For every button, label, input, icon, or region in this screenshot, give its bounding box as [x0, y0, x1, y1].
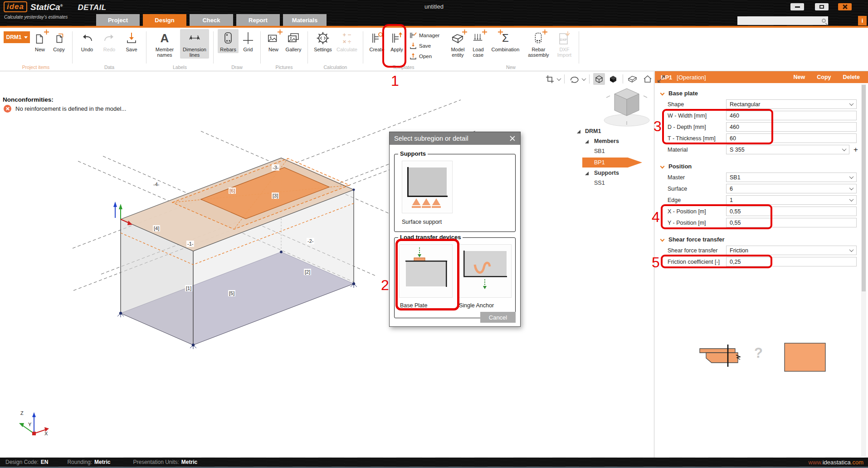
template-manager-button[interactable]: Manager — [409, 30, 439, 40]
letter-a-icon: A — [161, 30, 169, 47]
tree-item-supports[interactable]: Supports — [594, 168, 619, 178]
maximize-button[interactable] — [815, 3, 829, 10]
ribbon-separator — [72, 31, 73, 64]
load-case-button[interactable]: Load case — [470, 29, 486, 59]
grid-toggle[interactable]: Grid — [240, 29, 256, 53]
calculate-button[interactable]: + −× ÷ Calculate — [335, 29, 359, 53]
section-title: Base plate — [668, 90, 698, 97]
chevron-down-icon[interactable] — [582, 76, 586, 81]
combination-button[interactable]: Σ Combination — [488, 29, 523, 53]
save-button[interactable]: Save — [121, 29, 142, 53]
rebar-assembly-button[interactable]: Rebar assembly — [524, 29, 552, 59]
new-project-item-button[interactable]: New — [31, 29, 49, 53]
tab-check[interactable]: Check — [190, 14, 233, 26]
settings-button[interactable]: Settings — [312, 29, 334, 53]
dialog-close-icon[interactable] — [509, 135, 516, 142]
template-save-button[interactable]: Save — [409, 41, 439, 50]
ribbon-group-label: Pictures — [261, 64, 307, 70]
info-button[interactable]: i — [858, 16, 867, 25]
tab-project[interactable]: Project — [96, 14, 140, 26]
tab-report[interactable]: Report — [236, 14, 280, 26]
base-plate-tile[interactable] — [399, 244, 453, 298]
member-names-toggle[interactable]: A Member names — [151, 29, 179, 59]
tree-item-drm1[interactable]: DRM1 — [585, 126, 601, 136]
solid-cube-icon — [608, 74, 618, 84]
dialog-title-bar[interactable]: Select subregion or detail — [390, 132, 520, 145]
rebars-toggle[interactable]: Rebars — [218, 29, 239, 53]
width-input[interactable]: 460 — [726, 111, 857, 120]
edge-select[interactable]: 1 — [726, 195, 857, 205]
ribbon-group-label: Templates — [364, 64, 443, 70]
minimize-icon — [795, 6, 800, 8]
dimension-lines-toggle[interactable]: Dimension lines — [180, 29, 209, 59]
plus-icon — [277, 29, 283, 35]
navigation-cube[interactable] — [601, 84, 653, 129]
surface-support-tile[interactable] — [402, 161, 453, 213]
undo-button[interactable]: Undo — [77, 29, 98, 53]
section-view-button[interactable] — [627, 74, 639, 84]
tree-item-ss1[interactable]: SS1 — [594, 178, 605, 188]
template-apply-button[interactable]: Apply — [388, 29, 406, 53]
panel-scrollbar[interactable] — [861, 84, 866, 456]
tab-materials[interactable]: Materials — [283, 14, 327, 26]
x-position-input[interactable]: 0,55 — [726, 207, 857, 216]
scrollbar-thumb[interactable] — [862, 85, 866, 291]
wireframe-view-button[interactable] — [593, 73, 605, 85]
material-select[interactable]: S 355 — [726, 145, 849, 154]
copy-project-item-button[interactable]: Copy — [50, 29, 68, 53]
model-entity-box-icon — [450, 30, 465, 47]
website-link[interactable]: www.ideastatica.com — [809, 459, 863, 466]
minimize-button[interactable] — [790, 3, 804, 10]
rotate-view-button[interactable] — [568, 74, 580, 84]
panel-delete-button[interactable]: Delete — [843, 74, 860, 80]
tree-item-members[interactable]: Members — [594, 136, 619, 146]
plus-icon — [542, 29, 548, 35]
shape-select[interactable]: Rectangular — [726, 99, 857, 109]
gallery-button[interactable]: Gallery — [283, 29, 303, 53]
tab-design[interactable]: Design — [143, 14, 186, 26]
y-position-input[interactable]: 0,55 — [726, 218, 857, 227]
template-create-button[interactable]: Create — [367, 29, 386, 53]
units-value: Metric — [181, 459, 197, 465]
chevron-down-icon — [849, 174, 854, 179]
add-material-button[interactable]: + — [853, 145, 858, 154]
field-label: Surface — [668, 186, 687, 192]
tree-item-sb1[interactable]: SB1 — [594, 146, 605, 156]
model-3d-scene[interactable] — [0, 71, 654, 458]
template-open-button[interactable]: Open — [409, 51, 439, 61]
single-anchor-tile[interactable] — [458, 244, 512, 298]
surface-select[interactable]: 6 — [726, 184, 857, 193]
ribbon-button-label: Gallery — [286, 47, 302, 52]
close-button[interactable] — [838, 3, 852, 10]
search-input[interactable] — [737, 16, 828, 25]
ribbon-separator — [146, 31, 146, 64]
solid-view-button[interactable] — [607, 73, 619, 85]
master-select[interactable]: SB1 — [726, 172, 857, 182]
close-icon — [842, 4, 848, 10]
redo-button[interactable]: Redo — [99, 29, 120, 53]
friction-coefficient-input[interactable]: 0,25 — [726, 257, 857, 266]
base-plate-icon — [400, 245, 452, 297]
home-view-button[interactable] — [642, 74, 653, 84]
model-entity-button[interactable]: Model entity — [447, 29, 468, 59]
new-picture-button[interactable]: New — [265, 29, 282, 53]
panel-copy-button[interactable]: Copy — [817, 74, 831, 80]
dxf-import-button[interactable]: DXF DXF Import — [554, 29, 575, 59]
panel-new-button[interactable]: New — [794, 74, 805, 80]
section-base-plate[interactable]: Base plate — [655, 89, 862, 99]
fit-view-button[interactable] — [656, 74, 667, 84]
section-position[interactable]: Position — [655, 163, 862, 172]
copy-icon — [52, 30, 66, 47]
chevron-down-icon[interactable] — [557, 76, 561, 81]
project-item-selector[interactable]: DRM1 — [4, 31, 30, 43]
region-label: [4] — [153, 225, 160, 232]
thickness-input[interactable]: 60 — [726, 133, 857, 143]
section-shear-force-transfer[interactable]: Shear force transfer — [655, 236, 862, 245]
depth-input[interactable]: 460 — [726, 122, 857, 132]
supports-groupbox: Supports Surface support — [394, 154, 516, 232]
crop-view-button[interactable] — [544, 74, 555, 84]
ribbon: DRM1 New Copy Project items — [0, 28, 868, 71]
cancel-button[interactable]: Cancel — [480, 312, 516, 323]
shear-transfer-select[interactable]: Friction — [726, 246, 857, 255]
region-label: [1] — [185, 285, 192, 291]
